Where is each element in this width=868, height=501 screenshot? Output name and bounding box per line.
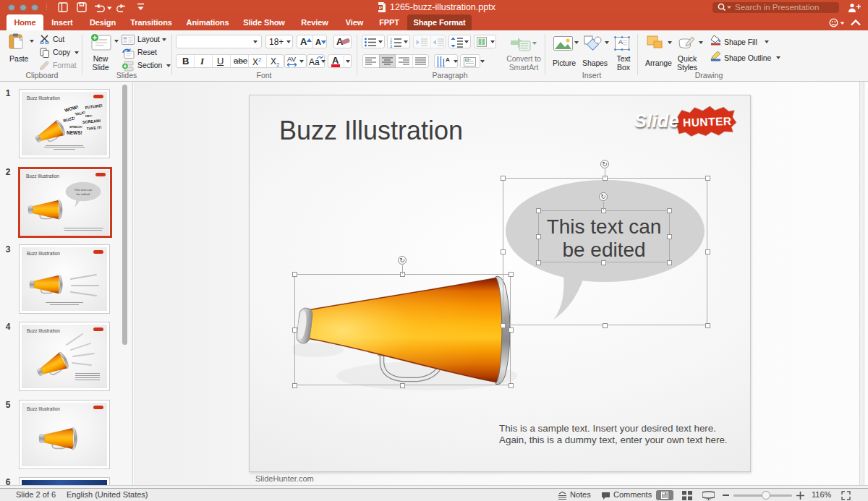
svg-text:A: A [446, 56, 450, 63]
svg-text:FUTURE!: FUTURE! [85, 103, 103, 110]
svg-text:TAKE IT!: TAKE IT! [86, 125, 102, 131]
svg-text:HUNTER: HUNTER [683, 115, 732, 129]
svg-text:3: 3 [390, 44, 392, 48]
svg-text:P: P [379, 6, 382, 10]
svg-text:SCREAM!: SCREAM! [82, 119, 101, 124]
svg-text:Slide: Slide [634, 111, 679, 131]
svg-text:NEWS!: NEWS! [67, 130, 82, 135]
svg-text:SPEECH!: SPEECH! [69, 125, 82, 129]
svg-text:TALK!: TALK! [75, 110, 86, 116]
svg-text:A: A [618, 38, 623, 46]
svg-text:HEY!: HEY! [85, 114, 93, 118]
svg-text:be edited: be edited [77, 192, 90, 196]
svg-text:This text can: This text can [75, 188, 93, 192]
svg-text:BUZZ!: BUZZ! [63, 116, 76, 123]
